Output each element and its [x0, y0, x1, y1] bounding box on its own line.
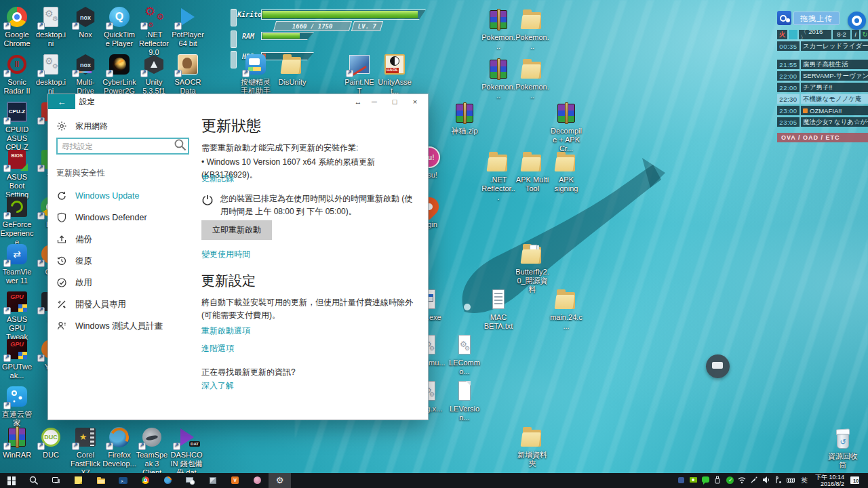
- firefox-app[interactable]: [157, 473, 179, 488]
- desktop-icon[interactable]: GeForce Experience: [0, 195, 34, 247]
- start-button[interactable]: [0, 473, 22, 488]
- desktop-icon[interactable]: main.24.c...: [549, 288, 583, 331]
- sidebar-item-home[interactable]: 家用網路: [56, 119, 108, 134]
- advanced-options-link[interactable]: 進階選項: [201, 343, 234, 354]
- desktop-icon[interactable]: noxMulti-Drive: [68, 53, 102, 96]
- schedule-row[interactable]: 23:05魔法少女? なりあ☆がーる: [777, 117, 868, 127]
- tool-tray-icon[interactable]: [774, 475, 785, 486]
- desktop-icon[interactable]: Decompile + APK Cr...: [549, 102, 583, 153]
- messenger-tray-icon[interactable]: [701, 475, 712, 486]
- desktop-icon[interactable]: HAOLUnityAsset...: [378, 53, 412, 96]
- sticky-notes-app[interactable]: [67, 473, 90, 488]
- desktop-icon[interactable]: Firefox Develop...: [102, 426, 136, 468]
- pink-app[interactable]: [246, 473, 269, 488]
- maximize-button[interactable]: □: [384, 98, 405, 106]
- desktop-icon[interactable]: ⚙⚙desktop.ini: [34, 5, 68, 48]
- ime-indicator[interactable]: 英: [798, 476, 810, 485]
- sidebar-item-windows-update[interactable]: Windows Update: [48, 185, 201, 207]
- sidebar-item-windows-insider[interactable]: Windows 測試人員計畫: [48, 315, 201, 337]
- sidebar-item-for-developers[interactable]: 開發人員專用: [48, 293, 201, 315]
- close-button[interactable]: ×: [405, 98, 425, 106]
- search-icon[interactable]: [173, 138, 188, 155]
- minimize-button[interactable]: ─: [364, 98, 384, 106]
- restart-options-link[interactable]: 重新啟動選項: [201, 325, 250, 337]
- desktop-icon[interactable]: DisUnity: [275, 53, 309, 87]
- desktop-icon[interactable]: PotPlayer 64 bit: [171, 5, 205, 48]
- desktop-icon[interactable]: GPUASUS GPU Tweak: [0, 290, 34, 342]
- schedule-row[interactable]: 23:00OZMAFIA!!: [777, 106, 868, 115]
- action-center-button[interactable]: 10: [849, 475, 865, 486]
- desktop-icon[interactable]: ⇄TeamViewer 11: [0, 243, 34, 285]
- sidebar-item-windows-defender[interactable]: Windows Defender: [48, 207, 201, 228]
- nvidia-tray-icon[interactable]: [688, 475, 700, 486]
- desktop-icon[interactable]: APK signing: [549, 150, 583, 193]
- schedule-day-selected[interactable]: [789, 30, 797, 39]
- sidebar-item-activation[interactable]: 啟用: [48, 272, 201, 293]
- file-explorer-app[interactable]: [90, 473, 112, 488]
- floating-ring-button[interactable]: [848, 12, 866, 30]
- desktop-icon[interactable]: Google Chrome: [0, 5, 34, 48]
- schedule-info-button[interactable]: i: [852, 30, 859, 39]
- desktop-icon[interactable]: LEVersion...: [448, 380, 481, 422]
- powershell-app[interactable]: >_: [112, 473, 134, 488]
- taskbar-search[interactable]: [22, 473, 45, 488]
- desktop-icon[interactable]: ⚙⚙⚙.NET Reflector 9.0: [137, 5, 171, 57]
- desktop-icon[interactable]: 按键精灵手机助手: [239, 53, 273, 96]
- status-tray-icon[interactable]: ✓: [725, 475, 736, 486]
- schedule-row[interactable]: 22:30不機嫌なモノノケ庵: [777, 94, 868, 104]
- update-history-link[interactable]: 更新記錄: [201, 173, 234, 184]
- wifi-tray-icon[interactable]: [737, 475, 749, 486]
- desktop-icon[interactable]: 神猫.zip: [448, 102, 481, 136]
- desktop-icon[interactable]: APK Multi Tool: [515, 150, 549, 193]
- settings-app[interactable]: ⚙: [269, 473, 291, 488]
- learn-more-link[interactable]: 深入了解: [201, 380, 234, 392]
- desktop-icon[interactable]: WinRAR: [0, 426, 34, 460]
- schedule-row[interactable]: 00:35スカーレッドライダーゼク: [777, 41, 868, 51]
- desktop-icon[interactable]: BIOSASUS Boot Setting: [0, 148, 34, 199]
- chrome-app[interactable]: [134, 473, 157, 488]
- desktop-icon[interactable]: ↺資源回收筒: [826, 427, 860, 470]
- schedule-row[interactable]: 22:00チア男子!!: [777, 83, 868, 92]
- desktop-icon[interactable]: ⚙⚙desktop.ini: [34, 53, 68, 96]
- desktop-icon[interactable]: DUCDUC: [34, 426, 68, 460]
- usb-tray-icon[interactable]: [713, 475, 724, 486]
- drag-upload-button[interactable]: 拖拽上传: [793, 12, 840, 25]
- installer-app[interactable]: [179, 473, 201, 488]
- schedule-footer[interactable]: OVA / OAD / ETC: [777, 133, 868, 142]
- restart-now-button[interactable]: 立即重新啟動: [201, 220, 272, 240]
- schedule-day[interactable]: 火: [777, 30, 787, 39]
- taskbar-clock[interactable]: 下午 10:14 2016/8/2: [811, 474, 848, 488]
- task-view-button[interactable]: [45, 473, 67, 488]
- desktop-icon[interactable]: IISonic Radar II: [0, 53, 34, 96]
- sidebar-item-recovery[interactable]: 復原: [48, 250, 201, 272]
- desktop-icon[interactable]: ⚙⚙LECommo...: [448, 333, 481, 376]
- desktop-icon[interactable]: 直連云管家: [0, 385, 34, 428]
- desktop-icon[interactable]: QQuickTime Player: [102, 5, 136, 48]
- desktop-icon[interactable]: Pokemon...: [515, 8, 549, 51]
- cube-app[interactable]: [201, 473, 224, 488]
- change-active-hours-link[interactable]: 變更使用時間: [201, 249, 250, 260]
- schedule-row[interactable]: 21:55腐男子高校生活: [777, 60, 868, 69]
- desktop-icon[interactable]: TeamSpeak 3 Client: [135, 426, 169, 477]
- desktop-icon[interactable]: CPU-ZCPUID ASUS CPU-Z: [0, 100, 34, 152]
- desktop-icon[interactable]: 新增資料夾: [515, 426, 549, 468]
- desktop-icon[interactable]: GPUGPUTweak...: [0, 338, 34, 380]
- search-input[interactable]: [58, 142, 173, 150]
- back-button[interactable]: ←: [48, 94, 75, 109]
- desktop-icon[interactable]: Pokemon...: [481, 8, 515, 51]
- tray-app-icon[interactable]: [676, 475, 688, 486]
- desktop-icon[interactable]: Pokemon...: [481, 58, 515, 100]
- desktop-icon[interactable]: DATDASHCOIN 錢包備份.dat: [170, 426, 203, 477]
- desktop-icon[interactable]: .NET Reflector...: [481, 150, 515, 202]
- schedule-refresh-icon[interactable]: ↻: [861, 30, 868, 39]
- orange-app[interactable]: V: [224, 473, 246, 488]
- volume-tray-icon[interactable]: [762, 475, 773, 486]
- desktop-icon[interactable]: Butterfly2.0_開源資料: [515, 243, 549, 294]
- sidebar-item-backup[interactable]: 備份: [48, 228, 201, 250]
- desktop-icon[interactable]: ★Corel FastFlick X7: [68, 426, 102, 477]
- desktop-icon[interactable]: Pokemon...: [515, 58, 549, 100]
- network-tray-icon[interactable]: [749, 475, 761, 486]
- schedule-year-nav[interactable]: 〈 2016 〉: [799, 30, 831, 39]
- keyboard-tray-icon[interactable]: [786, 475, 797, 486]
- desktop-icon[interactable]: noxNox: [68, 5, 102, 39]
